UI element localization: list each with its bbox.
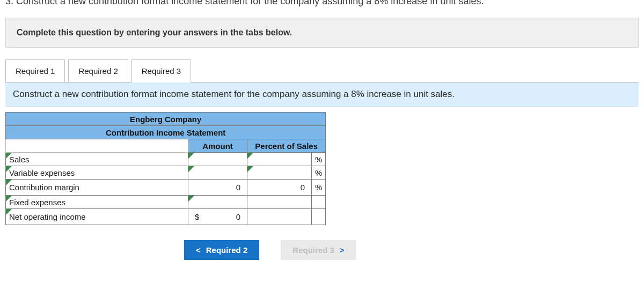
row-label-cell[interactable]: Variable expenses xyxy=(6,166,188,180)
instruction-bar: Complete this question by entering your … xyxy=(5,18,639,48)
prev-label: Required 2 xyxy=(206,245,248,255)
amount-cell[interactable] xyxy=(188,153,247,166)
tab-prompt: Construct a new contribution format inco… xyxy=(5,83,639,107)
percent-cell[interactable] xyxy=(247,153,312,166)
table-row: Net operating income $ 0 xyxy=(6,209,326,225)
table-title-statement: Contribution Income Statement xyxy=(6,126,326,139)
percent-unit: % xyxy=(312,180,326,196)
table-title-company: Engberg Company xyxy=(6,113,326,126)
nav-row: < Required 2 Required 3 > xyxy=(184,240,639,260)
prev-button[interactable]: < Required 2 xyxy=(184,240,259,260)
amount-cell: 0 xyxy=(188,180,247,196)
next-button[interactable]: Required 3 > xyxy=(281,240,356,260)
percent-cell: 0 xyxy=(247,180,312,196)
tab-required-3[interactable]: Required 3 xyxy=(131,59,191,83)
tab-required-1[interactable]: Required 1 xyxy=(5,59,65,83)
percent-cell[interactable] xyxy=(247,166,312,180)
row-label: Sales xyxy=(9,155,30,164)
row-label-cell[interactable]: Net operating income xyxy=(6,209,188,225)
amount-value xyxy=(192,168,244,177)
row-label: Fixed expenses xyxy=(9,198,65,207)
row-label: Net operating income xyxy=(9,212,86,221)
blank-corner xyxy=(6,139,188,153)
row-label-cell[interactable]: Fixed expenses xyxy=(6,196,188,209)
edit-marker-icon xyxy=(188,153,194,159)
question-text-partial: 3. Construct a new contribution format i… xyxy=(5,0,639,7)
percent-unit: % xyxy=(312,166,326,180)
percent-value: 0 xyxy=(251,181,308,193)
amount-cell: $ 0 xyxy=(188,209,247,225)
table-row: Variable expenses % xyxy=(6,166,326,180)
row-label: Variable expenses xyxy=(9,168,75,177)
percent-cell-disabled xyxy=(247,196,312,209)
tab-required-2[interactable]: Required 2 xyxy=(68,59,128,83)
amount-value: 0 xyxy=(236,212,240,221)
chevron-right-icon: > xyxy=(340,245,345,255)
percent-unit-empty xyxy=(312,209,326,225)
percent-cell-disabled xyxy=(247,209,312,225)
edit-marker-icon xyxy=(6,180,12,185)
edit-marker-icon xyxy=(188,166,194,172)
currency-symbol: $ xyxy=(195,212,199,221)
edit-marker-icon xyxy=(6,196,12,202)
amount-value xyxy=(192,154,244,164)
amount-cell[interactable] xyxy=(188,166,247,180)
row-label-cell[interactable]: Sales xyxy=(6,153,188,166)
col-header-percent: Percent of Sales xyxy=(247,139,326,153)
edit-marker-icon xyxy=(247,166,253,172)
edit-marker-icon xyxy=(247,153,253,159)
amount-cell[interactable] xyxy=(188,196,247,209)
percent-value xyxy=(251,154,308,164)
amount-value: 0 xyxy=(192,181,244,193)
tab-panel: Construct a new contribution format inco… xyxy=(5,82,639,260)
table-row: Fixed expenses xyxy=(6,196,326,209)
row-label-cell[interactable]: Contribution margin xyxy=(6,180,188,196)
edit-marker-icon xyxy=(6,153,12,159)
edit-marker-icon xyxy=(6,209,12,215)
table-row: Sales % xyxy=(6,153,326,166)
percent-value xyxy=(251,168,308,177)
col-header-amount: Amount xyxy=(188,139,247,153)
income-statement-table: Engberg Company Contribution Income Stat… xyxy=(5,112,326,225)
percent-unit-empty xyxy=(312,196,326,209)
next-label: Required 3 xyxy=(292,245,334,255)
table-row: Contribution margin 0 0 % xyxy=(6,180,326,196)
edit-marker-icon xyxy=(188,196,194,202)
tabs-row: Required 1 Required 2 Required 3 xyxy=(5,59,639,83)
edit-marker-icon xyxy=(6,166,12,172)
amount-value xyxy=(192,197,244,207)
percent-unit: % xyxy=(312,153,326,166)
row-label: Contribution margin xyxy=(9,183,79,192)
chevron-left-icon: < xyxy=(196,245,201,255)
